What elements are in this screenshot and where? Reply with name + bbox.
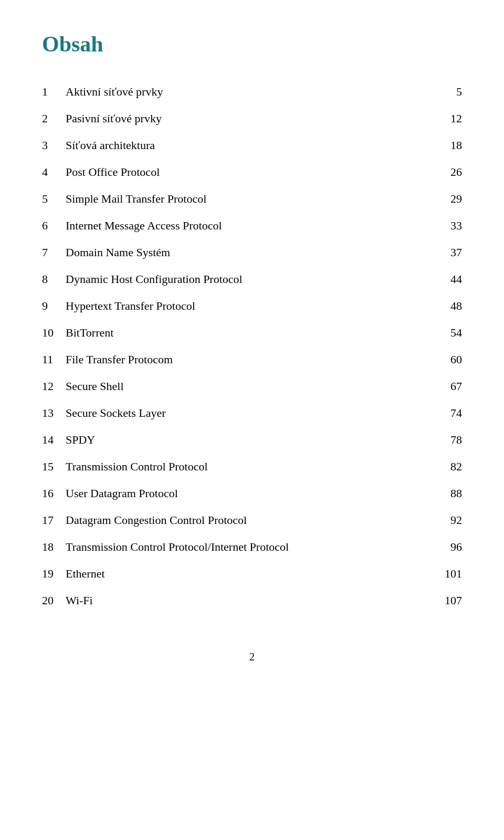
toc-item-left: 4 Post Office Protocol bbox=[42, 163, 430, 181]
toc-item: 2 Pasivní síťové prvky 12 bbox=[42, 110, 462, 127]
toc-label: Internet Message Access Protocol bbox=[66, 217, 430, 234]
toc-item-left: 12 Secure Shell bbox=[42, 377, 430, 395]
toc-label: Secure Sockets Layer bbox=[66, 404, 430, 422]
toc-label: Hypertext Transfer Protocol bbox=[66, 297, 430, 314]
toc-item-left: 9 Hypertext Transfer Protocol bbox=[42, 297, 430, 314]
toc-number: 8 bbox=[42, 270, 66, 288]
toc-number: 2 bbox=[42, 110, 66, 127]
toc-item: 20 Wi-Fi 107 bbox=[42, 592, 462, 609]
toc-page: 54 bbox=[430, 324, 462, 341]
toc-number: 3 bbox=[42, 136, 66, 154]
toc-label: Wi-Fi bbox=[66, 592, 430, 609]
toc-page: 101 bbox=[430, 565, 462, 582]
toc-item-left: 13 Secure Sockets Layer bbox=[42, 404, 430, 422]
toc-item: 17 Datagram Congestion Control Protocol … bbox=[42, 511, 462, 529]
toc-item: 14 SPDY 78 bbox=[42, 431, 462, 448]
toc-item-left: 15 Transmission Control Protocol bbox=[42, 458, 430, 475]
toc-number: 12 bbox=[42, 377, 66, 395]
toc-label: File Transfer Protocom bbox=[66, 351, 430, 368]
toc-label: User Datagram Protocol bbox=[66, 485, 430, 502]
toc-item: 19 Ethernet 101 bbox=[42, 565, 462, 582]
toc-item: 16 User Datagram Protocol 88 bbox=[42, 485, 462, 502]
toc-label: Pasivní síťové prvky bbox=[66, 110, 430, 127]
toc-item: 18 Transmission Control Protocol/Interne… bbox=[42, 538, 462, 555]
toc-page: 37 bbox=[430, 244, 462, 261]
toc-number: 18 bbox=[42, 538, 66, 555]
toc-page: 26 bbox=[430, 163, 462, 181]
toc-page: 33 bbox=[430, 217, 462, 234]
toc-item: 4 Post Office Protocol 26 bbox=[42, 163, 462, 181]
toc-label: Domain Name Systém bbox=[66, 244, 430, 261]
toc-label: Transmission Control Protocol/Internet P… bbox=[66, 538, 430, 555]
toc-label: SPDY bbox=[66, 431, 430, 448]
toc-label: BitTorrent bbox=[66, 324, 430, 341]
toc-number: 14 bbox=[42, 431, 66, 448]
toc-list: 1 Aktivní síťové prvky 5 2 Pasivní síťov… bbox=[42, 83, 462, 609]
toc-number: 6 bbox=[42, 217, 66, 234]
toc-label: Dynamic Host Configuration Protocol bbox=[66, 270, 430, 288]
toc-number: 7 bbox=[42, 244, 66, 261]
toc-page: 92 bbox=[430, 511, 462, 529]
toc-item-left: 11 File Transfer Protocom bbox=[42, 351, 430, 368]
toc-item-left: 8 Dynamic Host Configuration Protocol bbox=[42, 270, 430, 288]
toc-item: 7 Domain Name Systém 37 bbox=[42, 244, 462, 261]
toc-item: 5 Simple Mail Transfer Protocol 29 bbox=[42, 190, 462, 207]
toc-label: Simple Mail Transfer Protocol bbox=[66, 190, 430, 207]
page-title: Obsah bbox=[42, 32, 462, 57]
toc-item: 13 Secure Sockets Layer 74 bbox=[42, 404, 462, 422]
toc-label: Datagram Congestion Control Protocol bbox=[66, 511, 430, 529]
toc-page: 48 bbox=[430, 297, 462, 314]
toc-number: 4 bbox=[42, 163, 66, 181]
toc-label: Secure Shell bbox=[66, 377, 430, 395]
toc-page: 78 bbox=[430, 431, 462, 448]
toc-item-left: 20 Wi-Fi bbox=[42, 592, 430, 609]
toc-item: 11 File Transfer Protocom 60 bbox=[42, 351, 462, 368]
toc-label: Transmission Control Protocol bbox=[66, 458, 430, 475]
toc-number: 16 bbox=[42, 485, 66, 502]
toc-number: 5 bbox=[42, 190, 66, 207]
toc-item-left: 1 Aktivní síťové prvky bbox=[42, 83, 430, 100]
toc-item-left: 3 Síťová architektura bbox=[42, 136, 430, 154]
toc-number: 15 bbox=[42, 458, 66, 475]
toc-page: 12 bbox=[430, 110, 462, 127]
toc-page: 29 bbox=[430, 190, 462, 207]
toc-number: 17 bbox=[42, 511, 66, 529]
toc-page: 5 bbox=[430, 83, 462, 100]
toc-page: 107 bbox=[430, 592, 462, 609]
toc-item-left: 18 Transmission Control Protocol/Interne… bbox=[42, 538, 430, 555]
toc-number: 1 bbox=[42, 83, 66, 100]
toc-page: 96 bbox=[430, 538, 462, 555]
toc-item-left: 14 SPDY bbox=[42, 431, 430, 448]
toc-item-left: 16 User Datagram Protocol bbox=[42, 485, 430, 502]
toc-item-left: 17 Datagram Congestion Control Protocol bbox=[42, 511, 430, 529]
toc-item-left: 19 Ethernet bbox=[42, 565, 430, 582]
toc-page: 74 bbox=[430, 404, 462, 422]
toc-item: 10 BitTorrent 54 bbox=[42, 324, 462, 341]
toc-item: 3 Síťová architektura 18 bbox=[42, 136, 462, 154]
toc-page: 44 bbox=[430, 270, 462, 288]
toc-item: 15 Transmission Control Protocol 82 bbox=[42, 458, 462, 475]
toc-item: 12 Secure Shell 67 bbox=[42, 377, 462, 395]
toc-number: 19 bbox=[42, 565, 66, 582]
toc-item: 1 Aktivní síťové prvky 5 bbox=[42, 83, 462, 100]
toc-page: 18 bbox=[430, 136, 462, 154]
toc-number: 11 bbox=[42, 351, 66, 368]
toc-item-left: 5 Simple Mail Transfer Protocol bbox=[42, 190, 430, 207]
toc-label: Síťová architektura bbox=[66, 136, 430, 154]
toc-page: 82 bbox=[430, 458, 462, 475]
footer-page-number: 2 bbox=[42, 651, 462, 663]
toc-number: 10 bbox=[42, 324, 66, 341]
toc-label: Post Office Protocol bbox=[66, 163, 430, 181]
toc-page: 88 bbox=[430, 485, 462, 502]
toc-item: 9 Hypertext Transfer Protocol 48 bbox=[42, 297, 462, 314]
toc-item-left: 10 BitTorrent bbox=[42, 324, 430, 341]
toc-item: 8 Dynamic Host Configuration Protocol 44 bbox=[42, 270, 462, 288]
toc-label: Aktivní síťové prvky bbox=[66, 83, 430, 100]
toc-item-left: 7 Domain Name Systém bbox=[42, 244, 430, 261]
toc-number: 13 bbox=[42, 404, 66, 422]
toc-number: 20 bbox=[42, 592, 66, 609]
toc-page: 67 bbox=[430, 377, 462, 395]
toc-label: Ethernet bbox=[66, 565, 430, 582]
toc-number: 9 bbox=[42, 297, 66, 314]
toc-item-left: 6 Internet Message Access Protocol bbox=[42, 217, 430, 234]
